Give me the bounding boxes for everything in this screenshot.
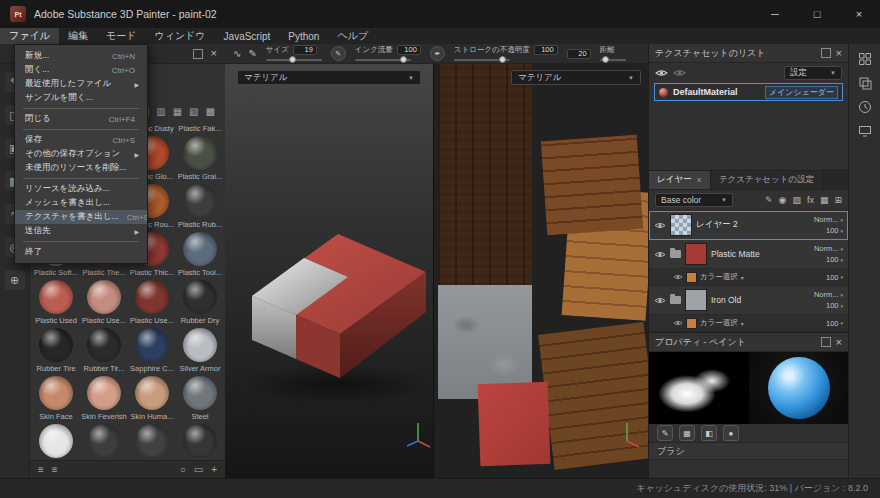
shelf-action-icon[interactable]: ○ xyxy=(180,465,186,475)
file-menu-item[interactable] xyxy=(23,129,139,130)
2d-material-dropdown[interactable]: マテリアル ▼ xyxy=(511,70,641,85)
material-item[interactable]: Skin Face xyxy=(32,376,80,424)
file-menu-item[interactable]: 閉じる Ctrl+F4 xyxy=(15,112,147,126)
blend-mode-dropdown[interactable]: Norm...▾ xyxy=(814,215,843,224)
material-item[interactable]: Plastic Rub... xyxy=(176,184,224,232)
size-slider[interactable] xyxy=(266,56,322,63)
material-item[interactable]: Plastic Tool... xyxy=(176,232,224,280)
view-mode-icon[interactable]: ▩ xyxy=(206,107,215,117)
file-menu-item[interactable] xyxy=(23,241,139,242)
file-menu-item[interactable]: 新規... Ctrl+N xyxy=(15,49,147,63)
layer-thumbnail[interactable] xyxy=(670,214,692,236)
brush-resource-tab-icon[interactable]: ✎ xyxy=(657,425,673,441)
3d-viewport[interactable]: マテリアル ▼ xyxy=(225,64,433,478)
material-item[interactable]: Skin Huma... xyxy=(128,376,176,424)
layer-thumbnail[interactable] xyxy=(685,243,707,265)
file-menu-item[interactable]: 終了 xyxy=(15,245,147,259)
menubar-item[interactable]: ヘルプ xyxy=(328,28,377,44)
tool-icon[interactable]: ⊕ xyxy=(5,270,25,290)
mask-swatch[interactable] xyxy=(686,318,697,329)
material-item[interactable]: Silver Armor xyxy=(176,328,224,376)
material-item[interactable]: Plastic Use... xyxy=(128,280,176,328)
brush-section-label[interactable]: ブラシ xyxy=(657,445,685,458)
close-panel-icon[interactable]: × xyxy=(211,48,217,59)
tab-texture-set-settings[interactable]: テクスチャセットの設定 xyxy=(711,171,823,189)
material-item[interactable]: Plastic Use... xyxy=(80,280,128,328)
layer-action-icon[interactable]: ◉ xyxy=(779,195,787,205)
file-menu-item[interactable]: 送信先 ▶ xyxy=(15,224,147,238)
file-menu-item[interactable]: 未使用のリソースを削除... xyxy=(15,161,147,175)
view-mode-icon[interactable]: ▧ xyxy=(189,107,198,117)
tab-layers[interactable]: レイヤー × xyxy=(649,171,711,189)
stroke-opacity-value[interactable]: 100 xyxy=(534,45,558,55)
layer-opacity-dropdown[interactable]: 100▾ xyxy=(826,226,843,235)
layer-opacity-dropdown[interactable]: 100▾ xyxy=(826,255,843,264)
menubar-item[interactable]: 編集 xyxy=(59,28,97,44)
material-item[interactable]: Steel xyxy=(176,376,224,424)
blend-mode-dropdown[interactable]: Norm...▾ xyxy=(814,244,843,253)
layer-row[interactable]: ▾ 100▾ xyxy=(649,269,848,286)
layer-row[interactable]: Iron Old Norm...▾ 100▾ xyxy=(649,286,848,315)
3d-material-dropdown[interactable]: マテリアル ▼ xyxy=(237,70,421,85)
blend-mode-dropdown[interactable]: Norm...▾ xyxy=(814,290,843,299)
texture-set-row[interactable]: DefaultMaterial メインシェーダー xyxy=(654,83,843,101)
menubar-item[interactable]: ファイル xyxy=(0,28,59,44)
menubar-item[interactable]: Python xyxy=(279,28,328,44)
material-item[interactable]: Rubber Dry xyxy=(176,280,224,328)
flow-slider[interactable] xyxy=(355,56,411,63)
pencil-preset-icon[interactable]: ✎ xyxy=(331,46,346,61)
file-menu-item[interactable]: テクスチャを書き出し... Ctrl+Shift+E xyxy=(15,210,147,224)
texture-sets-icon[interactable] xyxy=(858,76,872,90)
spacing-value[interactable]: 20 xyxy=(567,49,591,59)
shelf-action-icon[interactable]: ▭ xyxy=(194,465,203,475)
material-item[interactable]: Plastic Used xyxy=(32,280,80,328)
history-icon[interactable] xyxy=(858,100,872,114)
material-item[interactable]: Sapphire C... xyxy=(128,328,176,376)
mask-swatch[interactable] xyxy=(686,272,697,283)
main-shader-link[interactable]: メインシェーダー xyxy=(765,86,838,99)
layer-action-icon[interactable]: ✎ xyxy=(765,195,773,205)
list-view-icon[interactable]: ≡ xyxy=(38,465,44,475)
layer-row[interactable]: ▾ 100▾ xyxy=(649,315,848,332)
brush-setting-icon[interactable]: ✎ xyxy=(248,48,256,59)
file-menu-item[interactable]: その他の保存オプション ▶ xyxy=(15,147,147,161)
2d-viewport[interactable]: マテリアル ▼ xyxy=(433,64,649,478)
visibility-toggle-icon[interactable] xyxy=(673,273,683,281)
brush-resource-tab-icon[interactable]: ▦ xyxy=(679,425,695,441)
layer-opacity-dropdown[interactable]: 100▾ xyxy=(826,301,843,310)
material-item[interactable]: Rubber Tire xyxy=(32,328,80,376)
file-menu-item[interactable]: メッシュを書き出し... xyxy=(15,196,147,210)
menubar-item[interactable]: ウィンドウ xyxy=(145,28,214,44)
file-menu-item[interactable]: リソースを読み込み... xyxy=(15,182,147,196)
layer-action-icon[interactable]: ▦ xyxy=(820,195,829,205)
close-panel-icon[interactable]: × xyxy=(836,337,842,348)
channel-dropdown[interactable]: Base color ▼ xyxy=(655,193,733,207)
brush-resource-tab-icon[interactable]: ● xyxy=(723,425,739,441)
close-button[interactable]: × xyxy=(838,0,880,28)
visibility-toggle-icon[interactable] xyxy=(673,319,683,327)
view-mode-icon[interactable]: ▥ xyxy=(156,107,165,117)
layer-row[interactable]: レイヤー 2 Norm...▾ 100▾ xyxy=(649,211,848,240)
visibility-toggle-icon[interactable] xyxy=(654,250,666,259)
close-tab-icon[interactable]: × xyxy=(697,175,702,185)
size-value[interactable]: 19 xyxy=(293,45,317,55)
file-menu-item[interactable] xyxy=(23,108,139,109)
layer-action-icon[interactable]: ▧ xyxy=(792,195,801,205)
material-item[interactable]: Rubber Tir... xyxy=(80,328,128,376)
layer-row[interactable]: Plastic Matte Norm...▾ 100▾ xyxy=(649,240,848,269)
eye-icon[interactable] xyxy=(655,68,668,78)
layer-thumbnail[interactable] xyxy=(685,289,707,311)
close-panel-icon[interactable]: × xyxy=(836,48,842,59)
display-settings-icon[interactable] xyxy=(858,124,872,138)
settings-dropdown[interactable]: 設定 ▼ xyxy=(784,66,842,80)
view-mode-icon[interactable]: ▦ xyxy=(173,107,182,117)
mask-opacity-dropdown[interactable]: 100▾ xyxy=(826,319,843,328)
eye-dim-icon[interactable] xyxy=(673,68,686,78)
file-menu-item[interactable]: 開く... Ctrl+O xyxy=(15,63,147,77)
layer-action-icon[interactable]: fx xyxy=(807,195,814,205)
visibility-toggle-icon[interactable] xyxy=(654,221,666,230)
file-menu-item[interactable] xyxy=(23,178,139,179)
stroke-opacity-slider[interactable] xyxy=(454,56,510,63)
list-view-icon[interactable]: ≡ xyxy=(52,465,58,475)
minimize-button[interactable]: ─ xyxy=(754,0,796,28)
